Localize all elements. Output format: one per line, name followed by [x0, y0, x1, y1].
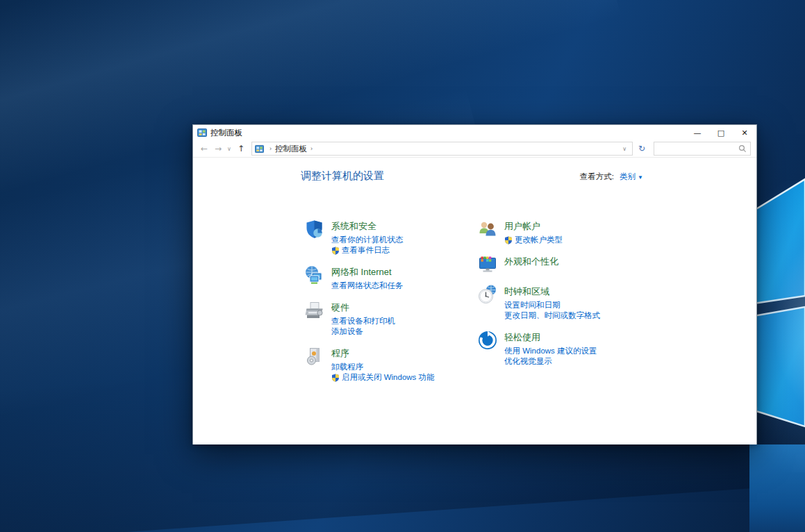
task-set-time-date[interactable]: 设置时间和日期	[504, 300, 600, 310]
back-button[interactable]: ←	[197, 144, 211, 153]
task-uninstall-program[interactable]: 卸载程序	[331, 362, 435, 372]
uac-shield-icon	[504, 236, 513, 244]
programs-icon[interactable]	[304, 346, 325, 367]
user-accounts-icon[interactable]	[477, 219, 498, 240]
page-title: 调整计算机的设置	[301, 169, 384, 183]
maximize-button[interactable]: □	[709, 125, 733, 140]
recent-pages-chevron-icon[interactable]: ∨	[225, 146, 233, 152]
forward-button[interactable]: →	[211, 144, 225, 153]
category-title-user-accounts[interactable]: 用户帐户	[504, 220, 540, 233]
task-windows-features[interactable]: 启用或关闭 Windows 功能	[331, 372, 435, 383]
view-by-dropdown[interactable]: 类别 ▼	[620, 172, 643, 181]
refresh-button[interactable]: ↻	[634, 142, 649, 156]
category-title-appearance[interactable]: 外观和个性化	[504, 256, 558, 268]
task-optimize-visual-display[interactable]: 优化视觉显示	[504, 356, 597, 367]
uac-shield-icon	[331, 247, 340, 255]
search-icon	[738, 144, 747, 153]
category-programs: 程序 卸载程序 启用或关闭 Windows 功能	[304, 346, 477, 383]
task-add-device[interactable]: 添加设备	[331, 326, 395, 337]
category-title-hardware[interactable]: 硬件	[331, 301, 349, 314]
minimize-button[interactable]: —	[686, 125, 709, 140]
category-user-accounts: 用户帐户 更改帐户类型	[477, 219, 686, 245]
control-panel-window: 控制面板 — □ ✕ ← → ∨ ↑ › 控制面板	[192, 124, 757, 444]
category-title-ease-of-access[interactable]: 轻松使用	[504, 331, 540, 344]
clock-region-icon[interactable]	[477, 284, 498, 305]
category-title-programs[interactable]: 程序	[331, 347, 349, 360]
up-button[interactable]: ↑	[233, 144, 249, 153]
chevron-down-icon: ▼	[638, 174, 643, 181]
task-change-date-formats[interactable]: 更改日期、时间或数字格式	[504, 310, 600, 321]
desktop-wallpaper: 控制面板 — □ ✕ ← → ∨ ↑ › 控制面板	[0, 0, 805, 532]
category-title-clock-region[interactable]: 时钟和区域	[504, 285, 549, 298]
title-bar[interactable]: 控制面板 — □ ✕	[193, 125, 756, 140]
view-by: 查看方式:类别 ▼	[580, 172, 643, 182]
system-security-icon[interactable]	[304, 219, 325, 240]
network-internet-icon[interactable]	[304, 265, 325, 285]
category-ease-of-access: 轻松使用 使用 Windows 建议的设置 优化视觉显示	[477, 330, 686, 367]
windows-logo-panes	[749, 167, 805, 458]
category-appearance-personalization: 外观和个性化	[477, 254, 686, 275]
address-dropdown-chevron-icon[interactable]: ∨	[618, 146, 631, 152]
category-system-security: 系统和安全 查看你的计算机状态 查看事件日志	[304, 219, 477, 256]
control-panel-icon	[255, 144, 264, 153]
control-panel-icon	[197, 128, 207, 138]
ease-of-access-icon[interactable]	[477, 330, 498, 351]
breadcrumb-separator-icon[interactable]: ›	[307, 145, 316, 152]
breadcrumb-control-panel[interactable]: 控制面板	[275, 144, 307, 154]
task-change-account-type[interactable]: 更改帐户类型	[504, 235, 563, 245]
uac-shield-icon	[331, 374, 340, 382]
window-title: 控制面板	[210, 128, 686, 138]
category-network-internet: 网络和 Internet 查看网络状态和任务	[304, 265, 477, 291]
category-title-system-security[interactable]: 系统和安全	[331, 220, 376, 233]
view-by-label: 查看方式:	[580, 172, 614, 181]
task-view-devices-printers[interactable]: 查看设备和打印机	[331, 316, 395, 326]
task-review-computer-status[interactable]: 查看你的计算机状态	[331, 235, 404, 245]
search-box[interactable]	[654, 142, 751, 156]
address-bar[interactable]: › 控制面板 › ∨	[251, 142, 633, 156]
category-title-network-internet[interactable]: 网络和 Internet	[331, 266, 392, 279]
navigation-bar: ← → ∨ ↑ › 控制面板 › ∨ ↻	[193, 140, 756, 158]
category-column-left: 系统和安全 查看你的计算机状态 查看事件日志	[304, 219, 477, 392]
breadcrumb-separator-icon: ›	[266, 145, 275, 152]
task-view-network-status[interactable]: 查看网络状态和任务	[331, 281, 404, 291]
category-column-right: 用户帐户 更改帐户类型	[477, 219, 686, 392]
search-input[interactable]	[658, 144, 738, 153]
appearance-personalization-icon[interactable]	[477, 254, 498, 275]
category-hardware: 硬件 查看设备和打印机 添加设备	[304, 300, 477, 337]
task-suggested-settings[interactable]: 使用 Windows 建议的设置	[504, 346, 597, 356]
close-button[interactable]: ✕	[733, 125, 756, 140]
task-view-event-logs[interactable]: 查看事件日志	[331, 245, 404, 256]
control-panel-home: 调整计算机的设置 查看方式:类别 ▼ 系统和安全	[193, 158, 756, 444]
category-clock-region: 时钟和区域 设置时间和日期 更改日期、时间或数字格式	[477, 284, 686, 321]
printer-icon[interactable]	[304, 300, 325, 321]
